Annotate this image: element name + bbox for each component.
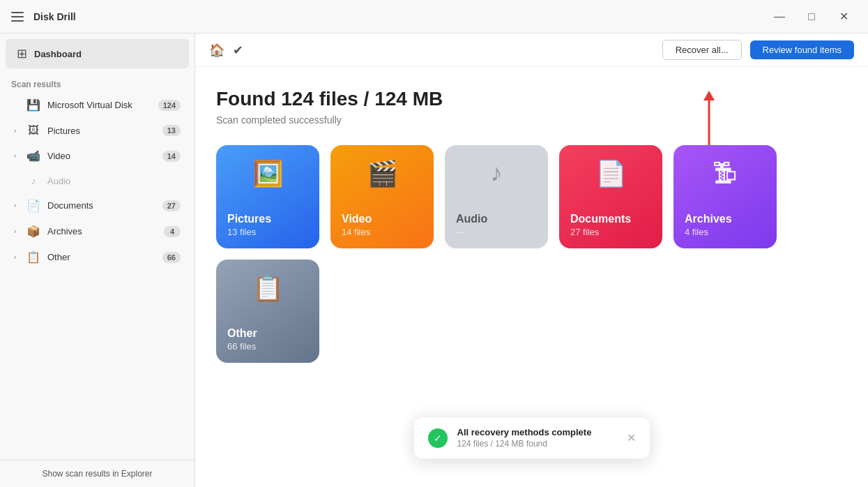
title-bar-left: Disk Drill xyxy=(8,9,763,24)
sidebar-item-count: 27 xyxy=(162,200,181,211)
card-name-archives: Archives xyxy=(685,213,732,225)
maximize-button[interactable]: □ xyxy=(795,0,828,33)
sidebar-spacer xyxy=(0,270,195,460)
sidebar-item-label: Video xyxy=(47,151,162,161)
sidebar-item-documents[interactable]: › 📄 Documents 27 xyxy=(3,193,192,218)
card-archives[interactable]: 🗜 Archives 4 files xyxy=(673,145,777,248)
audio-card-icon: ♪ xyxy=(491,159,503,186)
sidebar: ⊞ Dashboard Scan results 💾 Microsoft Vir… xyxy=(0,33,195,487)
card-count-pictures: 13 files xyxy=(227,227,256,237)
documents-card-icon: 📄 xyxy=(595,159,627,188)
card-count-documents: 27 files xyxy=(570,227,599,237)
card-documents[interactable]: 📄 Documents 27 files xyxy=(559,145,662,248)
chevron-icon: › xyxy=(14,202,22,209)
card-pictures[interactable]: 🖼️ Pictures 13 files xyxy=(216,145,319,248)
disk-icon: 💾 xyxy=(26,98,40,112)
card-count-other: 66 files xyxy=(227,341,256,352)
card-video[interactable]: 🎬 Video 14 files xyxy=(330,145,434,248)
minimize-button[interactable]: — xyxy=(763,0,795,33)
sidebar-item-audio[interactable]: ♪ Audio xyxy=(3,170,192,192)
title-bar-controls: — □ ✕ xyxy=(763,0,860,33)
close-button[interactable]: ✕ xyxy=(828,0,860,33)
audio-icon: ♪ xyxy=(26,175,40,186)
pictures-icon: 🖼 xyxy=(26,124,40,137)
scan-results-label: Scan results xyxy=(0,74,195,92)
archives-icon: 📦 xyxy=(26,225,40,238)
toast-notification: ✓ All recovery methods complete 124 file… xyxy=(413,417,650,459)
sidebar-item-count: 13 xyxy=(162,125,181,136)
video-icon: 📹 xyxy=(26,149,40,163)
sidebar-item-label: Documents xyxy=(47,200,162,211)
sidebar-item-other[interactable]: › 📋 Other 66 xyxy=(3,245,192,269)
category-cards: 🖼️ Pictures 13 files 🎬 Video 14 files ♪ … xyxy=(216,145,847,363)
card-name-other: Other xyxy=(227,327,257,340)
review-found-items-button[interactable]: Review found items xyxy=(750,40,854,59)
hamburger-menu[interactable] xyxy=(8,9,26,24)
card-name-pictures: Pictures xyxy=(227,213,271,225)
video-card-icon: 🎬 xyxy=(367,159,398,188)
pictures-card-icon: 🖼️ xyxy=(252,159,284,188)
chevron-icon: › xyxy=(14,127,22,135)
card-count-archives: 4 files xyxy=(685,227,708,237)
sidebar-item-label: Audio xyxy=(47,176,181,186)
found-title: Found 124 files / 124 MB xyxy=(216,88,847,110)
card-other[interactable]: 📋 Other 66 files xyxy=(216,260,319,363)
sidebar-item-video[interactable]: › 📹 Video 14 xyxy=(3,144,192,168)
archives-card-icon: 🗜 xyxy=(713,159,738,188)
app-title: Disk Drill xyxy=(33,11,76,22)
sidebar-item-label: Other xyxy=(47,252,162,262)
toast-title: All recovery methods complete xyxy=(457,427,617,437)
card-count-video: 14 files xyxy=(342,227,370,237)
dashboard-icon: ⊞ xyxy=(17,46,27,61)
chevron-icon: › xyxy=(14,253,22,261)
other-icon: 📋 xyxy=(26,250,40,264)
toast-subtitle: 124 files / 124 MB found xyxy=(457,439,617,449)
chevron-icon: › xyxy=(14,227,22,235)
card-name-video: Video xyxy=(342,213,372,225)
sidebar-item-label: Archives xyxy=(47,226,164,237)
toast-text: All recovery methods complete 124 files … xyxy=(457,427,617,449)
sidebar-item-count: 4 xyxy=(164,226,181,237)
dashboard-label: Dashboard xyxy=(34,49,82,59)
title-bar: Disk Drill — □ ✕ xyxy=(0,0,868,33)
check-icon: ✔ xyxy=(233,43,243,58)
card-count-audio: — xyxy=(456,227,465,237)
card-name-documents: Documents xyxy=(570,213,631,225)
sidebar-item-label: Microsoft Virtual Disk xyxy=(47,100,158,110)
sidebar-item-archives[interactable]: › 📦 Archives 4 xyxy=(3,219,192,244)
sidebar-item-dashboard[interactable]: ⊞ Dashboard xyxy=(6,39,189,68)
recover-all-button[interactable]: Recover all... xyxy=(662,40,742,60)
sidebar-item-pictures[interactable]: › 🖼 Pictures 13 xyxy=(3,119,192,142)
toast-close-button[interactable]: ✕ xyxy=(627,431,636,444)
content-area: 🏠 ✔ Recover all... Review found items Fo… xyxy=(195,33,868,487)
home-icon[interactable]: 🏠 xyxy=(209,43,224,58)
other-card-icon: 📋 xyxy=(252,274,284,303)
sidebar-item-count: 66 xyxy=(162,252,181,263)
chevron-icon: › xyxy=(14,152,22,160)
documents-icon: 📄 xyxy=(26,199,40,212)
content-header: 🏠 ✔ Recover all... Review found items xyxy=(195,33,868,67)
card-audio[interactable]: ♪ Audio — xyxy=(445,145,548,248)
sidebar-item-label: Pictures xyxy=(47,126,162,136)
main-layout: ⊞ Dashboard Scan results 💾 Microsoft Vir… xyxy=(0,33,868,487)
card-name-audio: Audio xyxy=(456,213,487,225)
found-subtitle: Scan completed successfully xyxy=(216,114,847,126)
sidebar-item-microsoft-virtual-disk[interactable]: 💾 Microsoft Virtual Disk 124 xyxy=(3,93,192,117)
sidebar-item-count: 124 xyxy=(158,100,181,111)
content-body: Found 124 files / 124 MB Scan completed … xyxy=(195,67,868,487)
toast-check-icon: ✓ xyxy=(428,428,448,448)
sidebar-item-count: 14 xyxy=(162,151,181,162)
show-in-explorer-button[interactable]: Show scan results in Explorer xyxy=(0,460,195,487)
